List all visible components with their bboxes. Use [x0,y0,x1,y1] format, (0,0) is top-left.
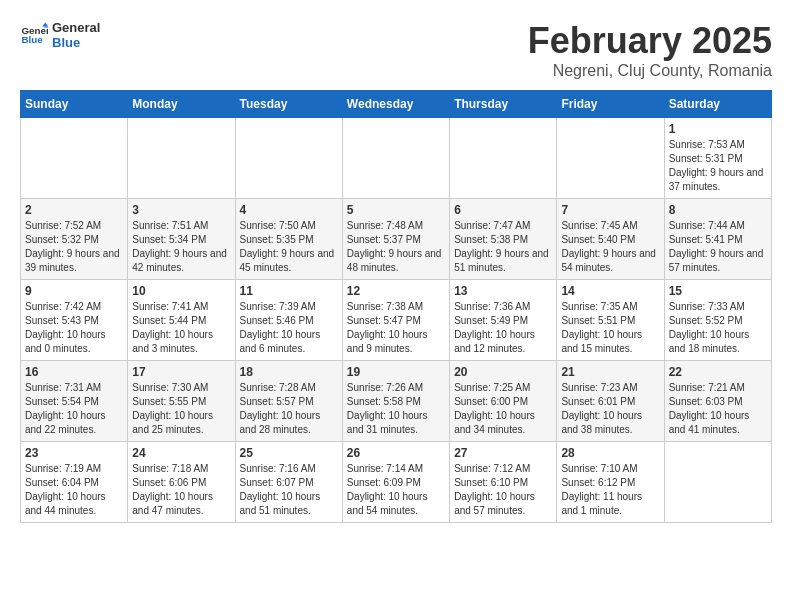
calendar-week-row: 1Sunrise: 7:53 AM Sunset: 5:31 PM Daylig… [21,118,772,199]
day-info: Sunrise: 7:36 AM Sunset: 5:49 PM Dayligh… [454,300,552,356]
day-info: Sunrise: 7:39 AM Sunset: 5:46 PM Dayligh… [240,300,338,356]
calendar-header-saturday: Saturday [664,91,771,118]
calendar-cell: 16Sunrise: 7:31 AM Sunset: 5:54 PM Dayli… [21,361,128,442]
calendar-header-friday: Friday [557,91,664,118]
day-info: Sunrise: 7:10 AM Sunset: 6:12 PM Dayligh… [561,462,659,518]
calendar-cell: 7Sunrise: 7:45 AM Sunset: 5:40 PM Daylig… [557,199,664,280]
day-info: Sunrise: 7:51 AM Sunset: 5:34 PM Dayligh… [132,219,230,275]
day-info: Sunrise: 7:31 AM Sunset: 5:54 PM Dayligh… [25,381,123,437]
calendar-header-tuesday: Tuesday [235,91,342,118]
calendar-cell: 25Sunrise: 7:16 AM Sunset: 6:07 PM Dayli… [235,442,342,523]
calendar-cell: 5Sunrise: 7:48 AM Sunset: 5:37 PM Daylig… [342,199,449,280]
calendar-week-row: 2Sunrise: 7:52 AM Sunset: 5:32 PM Daylig… [21,199,772,280]
calendar-cell: 10Sunrise: 7:41 AM Sunset: 5:44 PM Dayli… [128,280,235,361]
day-info: Sunrise: 7:44 AM Sunset: 5:41 PM Dayligh… [669,219,767,275]
day-number: 7 [561,203,659,217]
calendar-cell: 23Sunrise: 7:19 AM Sunset: 6:04 PM Dayli… [21,442,128,523]
day-number: 22 [669,365,767,379]
day-info: Sunrise: 7:45 AM Sunset: 5:40 PM Dayligh… [561,219,659,275]
day-info: Sunrise: 7:50 AM Sunset: 5:35 PM Dayligh… [240,219,338,275]
calendar-header-wednesday: Wednesday [342,91,449,118]
calendar-cell: 13Sunrise: 7:36 AM Sunset: 5:49 PM Dayli… [450,280,557,361]
day-number: 3 [132,203,230,217]
calendar-cell: 27Sunrise: 7:12 AM Sunset: 6:10 PM Dayli… [450,442,557,523]
calendar-cell: 8Sunrise: 7:44 AM Sunset: 5:41 PM Daylig… [664,199,771,280]
calendar-cell [557,118,664,199]
svg-text:Blue: Blue [21,34,43,45]
day-info: Sunrise: 7:28 AM Sunset: 5:57 PM Dayligh… [240,381,338,437]
calendar-header-monday: Monday [128,91,235,118]
calendar-cell: 22Sunrise: 7:21 AM Sunset: 6:03 PM Dayli… [664,361,771,442]
calendar-header-row: SundayMondayTuesdayWednesdayThursdayFrid… [21,91,772,118]
day-info: Sunrise: 7:12 AM Sunset: 6:10 PM Dayligh… [454,462,552,518]
calendar-cell: 28Sunrise: 7:10 AM Sunset: 6:12 PM Dayli… [557,442,664,523]
day-info: Sunrise: 7:16 AM Sunset: 6:07 PM Dayligh… [240,462,338,518]
day-number: 11 [240,284,338,298]
logo-text-general: General [52,20,100,35]
logo-text-blue: Blue [52,35,100,50]
day-info: Sunrise: 7:19 AM Sunset: 6:04 PM Dayligh… [25,462,123,518]
day-info: Sunrise: 7:14 AM Sunset: 6:09 PM Dayligh… [347,462,445,518]
day-number: 16 [25,365,123,379]
calendar-cell: 20Sunrise: 7:25 AM Sunset: 6:00 PM Dayli… [450,361,557,442]
day-number: 23 [25,446,123,460]
day-info: Sunrise: 7:41 AM Sunset: 5:44 PM Dayligh… [132,300,230,356]
day-number: 10 [132,284,230,298]
calendar-cell: 21Sunrise: 7:23 AM Sunset: 6:01 PM Dayli… [557,361,664,442]
day-number: 1 [669,122,767,136]
calendar-cell: 12Sunrise: 7:38 AM Sunset: 5:47 PM Dayli… [342,280,449,361]
page-subtitle: Negreni, Cluj County, Romania [528,62,772,80]
calendar-cell: 26Sunrise: 7:14 AM Sunset: 6:09 PM Dayli… [342,442,449,523]
calendar-week-row: 16Sunrise: 7:31 AM Sunset: 5:54 PM Dayli… [21,361,772,442]
page-title: February 2025 [528,20,772,62]
day-info: Sunrise: 7:25 AM Sunset: 6:00 PM Dayligh… [454,381,552,437]
day-number: 5 [347,203,445,217]
day-number: 9 [25,284,123,298]
day-number: 28 [561,446,659,460]
day-info: Sunrise: 7:18 AM Sunset: 6:06 PM Dayligh… [132,462,230,518]
day-number: 2 [25,203,123,217]
day-number: 18 [240,365,338,379]
logo-icon: General Blue [20,21,48,49]
calendar-cell: 11Sunrise: 7:39 AM Sunset: 5:46 PM Dayli… [235,280,342,361]
title-section: February 2025 Negreni, Cluj County, Roma… [528,20,772,80]
day-info: Sunrise: 7:38 AM Sunset: 5:47 PM Dayligh… [347,300,445,356]
day-number: 4 [240,203,338,217]
day-info: Sunrise: 7:52 AM Sunset: 5:32 PM Dayligh… [25,219,123,275]
calendar-header-sunday: Sunday [21,91,128,118]
day-number: 12 [347,284,445,298]
day-info: Sunrise: 7:30 AM Sunset: 5:55 PM Dayligh… [132,381,230,437]
calendar-cell: 1Sunrise: 7:53 AM Sunset: 5:31 PM Daylig… [664,118,771,199]
day-number: 20 [454,365,552,379]
day-info: Sunrise: 7:23 AM Sunset: 6:01 PM Dayligh… [561,381,659,437]
logo: General Blue General Blue [20,20,100,50]
calendar-week-row: 23Sunrise: 7:19 AM Sunset: 6:04 PM Dayli… [21,442,772,523]
calendar-cell [450,118,557,199]
day-number: 14 [561,284,659,298]
calendar-cell [21,118,128,199]
calendar-cell: 2Sunrise: 7:52 AM Sunset: 5:32 PM Daylig… [21,199,128,280]
day-number: 24 [132,446,230,460]
day-info: Sunrise: 7:42 AM Sunset: 5:43 PM Dayligh… [25,300,123,356]
day-number: 21 [561,365,659,379]
day-number: 26 [347,446,445,460]
calendar-table: SundayMondayTuesdayWednesdayThursdayFrid… [20,90,772,523]
calendar-cell: 14Sunrise: 7:35 AM Sunset: 5:51 PM Dayli… [557,280,664,361]
day-info: Sunrise: 7:35 AM Sunset: 5:51 PM Dayligh… [561,300,659,356]
day-number: 27 [454,446,552,460]
calendar-header-thursday: Thursday [450,91,557,118]
day-info: Sunrise: 7:33 AM Sunset: 5:52 PM Dayligh… [669,300,767,356]
calendar-cell: 15Sunrise: 7:33 AM Sunset: 5:52 PM Dayli… [664,280,771,361]
day-number: 19 [347,365,445,379]
calendar-cell: 4Sunrise: 7:50 AM Sunset: 5:35 PM Daylig… [235,199,342,280]
day-number: 25 [240,446,338,460]
calendar-cell: 9Sunrise: 7:42 AM Sunset: 5:43 PM Daylig… [21,280,128,361]
calendar-cell: 19Sunrise: 7:26 AM Sunset: 5:58 PM Dayli… [342,361,449,442]
calendar-cell [664,442,771,523]
day-number: 17 [132,365,230,379]
calendar-cell: 6Sunrise: 7:47 AM Sunset: 5:38 PM Daylig… [450,199,557,280]
day-number: 13 [454,284,552,298]
calendar-cell: 24Sunrise: 7:18 AM Sunset: 6:06 PM Dayli… [128,442,235,523]
calendar-cell [128,118,235,199]
day-number: 8 [669,203,767,217]
